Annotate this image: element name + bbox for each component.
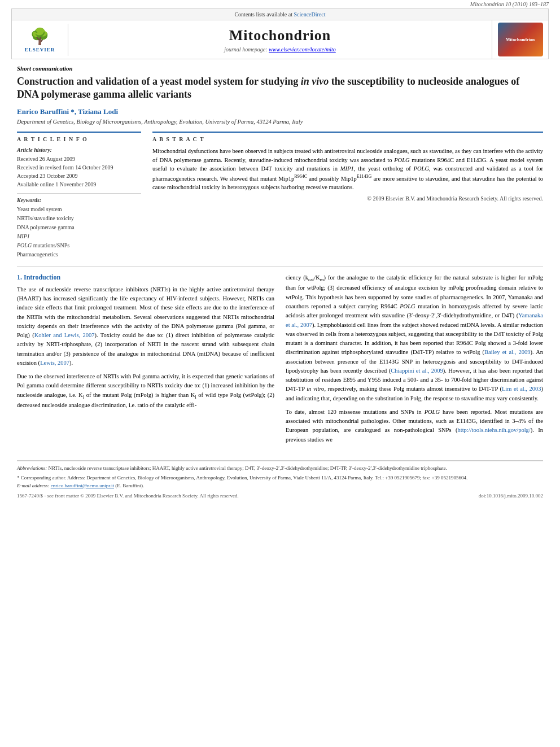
footer-corresponding: * Corresponding author. Address: Departm… xyxy=(17,474,543,482)
keyword-3: DNA polymerase gamma xyxy=(17,223,141,232)
abstract-copyright: © 2009 Elsevier B.V. and Mitochondria Re… xyxy=(152,195,543,202)
corresponding-address: Address: Department of Genetics, Biology… xyxy=(67,475,467,480)
page-container: Mitochondrion 10 (2010) 183–187 Contents… xyxy=(0,0,560,502)
article-info-header: A R T I C L E I N F O xyxy=(17,136,141,142)
footer-issn-row: 1567-7249/$ - see front matter © 2009 El… xyxy=(17,493,543,499)
contents-text: Contents lists available at xyxy=(234,11,292,18)
intro-heading: 1. Introduction xyxy=(17,273,274,282)
volume-text: Mitochondrion 10 (2010) 183–187 xyxy=(470,1,549,7)
journal-title-row: 🌳 ELSEVIER Mitochondrion journal homepag… xyxy=(12,20,548,59)
email-label: E-mail address: xyxy=(17,483,49,488)
journal-logo-right: Mitochondrion xyxy=(492,20,548,59)
elsevier-tree-icon: 🌳 xyxy=(30,27,50,46)
abstract-col: A B S T R A C T Mitochondrial dysfunctio… xyxy=(152,132,543,259)
body-right-col: ciency (kcat/Km) for the analogue to the… xyxy=(286,273,543,449)
body-right-para-1: ciency (kcat/Km) for the analogue to the… xyxy=(286,273,543,403)
email-link[interactable]: enrico.baruffini@nemo.unipr.it xyxy=(51,483,114,488)
intro-para-2: Due to the observed interference of NRTI… xyxy=(17,372,274,410)
corresponding-label: * Corresponding author. xyxy=(17,475,66,480)
journal-title-center: Mitochondrion journal homepage: www.else… xyxy=(68,21,492,58)
article-type: Short communication xyxy=(17,65,543,72)
abstract-header: A B S T R A C T xyxy=(152,136,543,142)
sciencedirect-link[interactable]: ScienceDirect xyxy=(294,11,325,18)
history-received: Received 26 August 2009 xyxy=(17,155,141,163)
article-info-abstract-row: A R T I C L E I N F O Article history: R… xyxy=(17,132,543,259)
keyword-5: POLG mutations/SNPs xyxy=(17,241,141,250)
ref-chiappini[interactable]: Chiappini et al., 2009 xyxy=(391,368,443,374)
contents-line: Contents lists available at ScienceDirec… xyxy=(12,9,548,20)
keywords-label: Keywords: xyxy=(17,197,141,203)
ref-kohler[interactable]: Kohler and Lewis, 2007 xyxy=(34,332,95,338)
homepage-url[interactable]: www.elsevier.com/locate/mito xyxy=(269,46,336,53)
ref-polg-url[interactable]: http://tools.niehs.nih.gov/polg/ xyxy=(458,427,531,433)
elsevier-text: ELSEVIER xyxy=(25,47,55,53)
article-title: Construction and validation of a yeast m… xyxy=(17,75,543,102)
section-divider xyxy=(17,266,543,267)
email-suffix: (E. Baruffini). xyxy=(115,483,144,488)
keyword-2: NRTIs/stavudine toxicity xyxy=(17,214,141,223)
authors: Enrico Baruffini *, Tiziana Lodi xyxy=(17,107,543,116)
body-right-para-2: To date, almost 120 missense mutations a… xyxy=(286,408,543,444)
keyword-1: Yeast model system xyxy=(17,205,141,214)
history-label: Article history: xyxy=(17,147,141,153)
abstract-text: Mitochondrial dysfunctions have been obs… xyxy=(152,147,543,192)
ref-bailey[interactable]: Bailey et al., 2009 xyxy=(484,349,530,355)
main-content: Short communication Construction and val… xyxy=(0,59,560,455)
homepage-label: journal homepage: xyxy=(224,46,267,53)
journal-header: Contents lists available at ScienceDirec… xyxy=(11,8,549,59)
body-two-col: 1. Introduction The use of nucleoside re… xyxy=(17,273,543,449)
page-footer: Abbreviations: NRTIs, nucleoside reverse… xyxy=(17,460,543,503)
journal-name: Mitochondrion xyxy=(74,27,486,44)
history-revised: Received in revised form 14 October 2009 xyxy=(17,163,141,172)
elsevier-logo-area: 🌳 ELSEVIER xyxy=(12,24,68,56)
ref-yamanaka[interactable]: Yamanaka et al., 2007 xyxy=(286,312,543,327)
ref-lewis[interactable]: Lewis, 2007 xyxy=(40,360,69,366)
abbreviations-text: NRTIs, nucleoside reverse transcriptase … xyxy=(48,465,447,471)
abbrev-label: Abbreviations: xyxy=(17,465,47,471)
ref-lim[interactable]: Lim et al., 2003 xyxy=(502,386,541,392)
title-italic: in vivo xyxy=(301,76,329,87)
volume-info: Mitochondrion 10 (2010) 183–187 xyxy=(0,0,560,8)
body-left-col: 1. Introduction The use of nucleoside re… xyxy=(17,273,274,449)
footer-abbreviations: Abbreviations: NRTIs, nucleoside reverse… xyxy=(17,465,543,473)
intro-para-1: The use of nucleoside reverse transcript… xyxy=(17,285,274,368)
keyword-4: MIP1 xyxy=(17,232,141,241)
history-accepted: Accepted 23 October 2009 xyxy=(17,172,141,180)
footer-email-row: E-mail address: enrico.baruffini@nemo.un… xyxy=(17,482,543,490)
doi-text: doi:10.1016/j.mito.2009.10.002 xyxy=(479,493,543,499)
title-text-1: Construction and validation of a yeast m… xyxy=(17,76,298,87)
journal-homepage: journal homepage: www.elsevier.com/locat… xyxy=(74,46,486,53)
history-available: Available online 1 November 2009 xyxy=(17,180,141,189)
affiliation: Department of Genetics, Biology of Micro… xyxy=(17,119,543,125)
article-info-col: A R T I C L E I N F O Article history: R… xyxy=(17,132,141,259)
issn-text: 1567-7249/$ - see front matter © 2009 El… xyxy=(17,493,239,499)
elsevier-logo: 🌳 ELSEVIER xyxy=(25,27,55,53)
mitochondrion-mini-logo: Mitochondrion xyxy=(498,23,543,56)
keyword-6: Pharmacogenetics xyxy=(17,250,141,259)
keywords-section: Keywords: Yeast model system NRTIs/stavu… xyxy=(17,193,141,259)
